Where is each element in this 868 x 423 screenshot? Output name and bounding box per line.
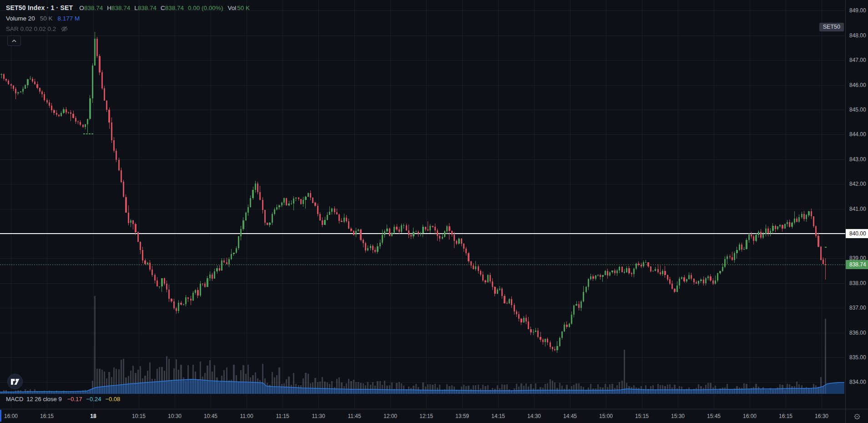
time-tick: 16:30	[815, 413, 828, 419]
open-value: 838.74	[84, 5, 103, 11]
legend-row-sar[interactable]: SAR 0.02 0.02 0.2	[6, 24, 250, 34]
gridlines	[0, 0, 845, 409]
volume-bars	[0, 296, 826, 394]
price-tick: 843.00	[846, 157, 868, 162]
time-tick: 16:15	[40, 413, 54, 419]
symbol-title[interactable]: SET50 Index · 1 · SET	[6, 4, 73, 11]
volume-value: 50 K	[237, 5, 250, 11]
time-tick: 16:15	[779, 413, 792, 419]
symbol-badge: SET50	[819, 23, 844, 31]
time-tick: 15:15	[635, 413, 649, 419]
time-tick: 14:30	[527, 413, 541, 419]
time-tick: 16:00	[743, 413, 757, 419]
close-value: 838.74	[165, 5, 184, 11]
time-tick: 11:45	[348, 413, 361, 419]
time-tick: 10:15	[132, 413, 146, 419]
legend-row-macd[interactable]: MACD 12 26 close 9 −0.17 −0.24 −0.08	[6, 396, 120, 403]
macd-histogram-sliver	[0, 410, 1, 422]
tradingview-logo-icon[interactable]	[7, 374, 23, 389]
volume-label: Vol	[227, 5, 236, 11]
time-tick: 12:00	[384, 413, 397, 419]
price-tick: 837.00	[846, 305, 868, 311]
low-value: 838.74	[138, 5, 156, 11]
time-tick: 15:45	[707, 413, 721, 419]
time-tick: 14:45	[563, 413, 577, 419]
price-tick: 848.00	[846, 33, 868, 38]
price-tick: 841.00	[846, 206, 868, 212]
low-label: L	[134, 5, 138, 11]
macd-params: 12 26 close 9	[26, 396, 61, 403]
collapse-pane-button[interactable]	[7, 36, 21, 46]
volume-indicator-value: 50 K	[40, 15, 53, 22]
macd-signal-value: −0.08	[105, 396, 120, 403]
chevron-up-icon	[12, 40, 16, 42]
price-line-badge: 840.00	[846, 229, 868, 238]
price-tick: 849.00	[846, 8, 868, 13]
time-tick: 16:00	[4, 413, 18, 419]
legend-row-symbol[interactable]: SET50 Index · 1 · SET O838.74 H838.74 L8…	[6, 3, 250, 13]
axis-settings-button[interactable]	[845, 409, 868, 423]
open-label: O	[79, 5, 84, 11]
price-tick: 834.00	[846, 379, 868, 385]
volume-indicator-title[interactable]: Volume 20	[6, 15, 35, 22]
price-tick: 845.00	[846, 107, 868, 112]
price-tick: 847.00	[846, 57, 868, 63]
price-pane[interactable]	[0, 0, 845, 409]
chart-canvas[interactable]	[0, 0, 845, 409]
legend: SET50 Index · 1 · SET O838.74 H838.74 L8…	[6, 3, 250, 34]
time-tick: 10:30	[168, 413, 182, 419]
change-value: 0.00 (0.00%)	[188, 5, 223, 11]
gear-icon	[853, 413, 861, 420]
price-tick: 844.00	[846, 132, 868, 137]
time-tick: 14:15	[491, 413, 505, 419]
time-tick: 10:45	[204, 413, 217, 419]
time-tick: 12:15	[419, 413, 433, 419]
price-tick: 838.00	[846, 280, 868, 286]
close-label: C	[161, 5, 165, 11]
price-level-line	[0, 233, 845, 234]
time-tick: 13:59	[455, 413, 469, 419]
price-tick: 846.00	[846, 82, 868, 88]
eye-hidden-icon[interactable]	[61, 25, 68, 33]
price-tick: 842.00	[846, 181, 868, 187]
time-tick: 11:15	[276, 413, 289, 419]
macd-line-value: −0.24	[86, 396, 101, 403]
price-tick: 836.00	[846, 330, 868, 336]
chart-root: SET50 Index · 1 · SET O838.74 H838.74 L8…	[0, 0, 868, 423]
legend-row-volume[interactable]: Volume 20 50 K 8.177 M	[6, 13, 250, 24]
high-label: H	[107, 5, 111, 11]
last-price-badge: 838.74	[846, 260, 868, 269]
price-axis[interactable]: 840.00 838.74 849.00848.00847.00846.0084…	[845, 0, 868, 409]
volume-ma-value: 8.177 M	[58, 15, 80, 22]
high-value: 838.74	[111, 5, 130, 11]
time-tick: 11:30	[312, 413, 325, 419]
candles	[0, 32, 826, 353]
time-axis[interactable]: 16:0016:151810:1510:3010:4511:0011:1511:…	[0, 409, 845, 423]
price-tick: 835.00	[846, 355, 868, 360]
sar-indicator-title[interactable]: SAR 0.02 0.02 0.2	[6, 25, 56, 32]
time-tick: 18	[90, 413, 96, 419]
macd-title[interactable]: MACD	[6, 396, 23, 403]
time-tick: 15:00	[599, 413, 613, 419]
time-tick: 11:00	[240, 413, 253, 419]
sar-dashes	[83, 133, 827, 248]
time-tick: 15:30	[671, 413, 685, 419]
macd-histogram-value: −0.17	[67, 396, 82, 403]
